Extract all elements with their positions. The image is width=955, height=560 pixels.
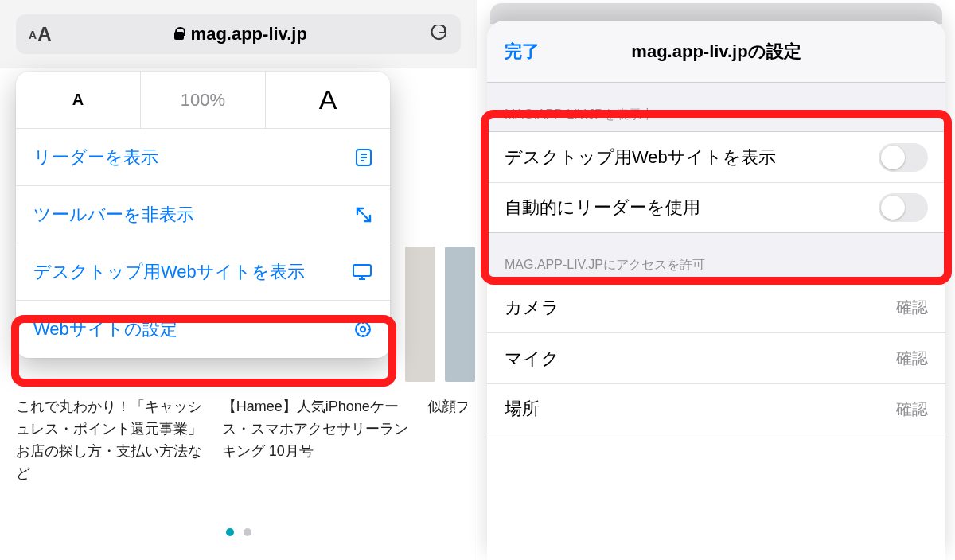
pager-dot[interactable] bbox=[244, 528, 251, 536]
zoom-row: A 100% A bbox=[16, 72, 390, 129]
address-bar[interactable]: AA mag.app-liv.jp bbox=[16, 14, 461, 54]
row-value: 確認 bbox=[896, 348, 928, 369]
section-header: MAG.APP-LIV.JPにアクセスを許可 bbox=[487, 233, 945, 282]
row-value: 確認 bbox=[896, 399, 928, 420]
menu-label: Webサイトの設定 bbox=[33, 317, 177, 341]
zoom-in-button[interactable]: A bbox=[265, 72, 390, 128]
row-label: 場所 bbox=[505, 397, 540, 421]
row-label: デスクトップ用Webサイトを表示 bbox=[505, 146, 776, 169]
section-header: MAG.APP-LIV.JPを表示中 bbox=[487, 83, 945, 131]
desktop-icon bbox=[352, 263, 372, 281]
row-auto-reader[interactable]: 自動的にリーダーを使用 bbox=[487, 182, 945, 233]
reader-icon bbox=[355, 148, 372, 167]
card-thumbnails bbox=[405, 247, 477, 382]
gear-icon bbox=[353, 320, 372, 339]
row-request-desktop[interactable]: デスクトップ用Webサイトを表示 bbox=[487, 131, 945, 182]
svg-point-8 bbox=[361, 327, 365, 332]
menu-request-desktop[interactable]: デスクトップ用Webサイトを表示 bbox=[16, 243, 390, 301]
menu-label: ツールバーを非表示 bbox=[33, 203, 194, 227]
done-button[interactable]: 完了 bbox=[505, 40, 540, 64]
reload-icon[interactable] bbox=[429, 25, 448, 44]
website-settings-sheet: 完了 mag.app-liv.jpの設定 MAG.APP-LIV.JPを表示中 … bbox=[487, 21, 945, 560]
zoom-out-button[interactable]: A bbox=[16, 72, 140, 128]
lock-icon bbox=[173, 27, 185, 41]
card-caption[interactable]: 似顔プリで簡最 bbox=[427, 396, 467, 485]
address-domain[interactable]: mag.app-liv.jp bbox=[51, 24, 429, 45]
domain-text: mag.app-liv.jp bbox=[191, 24, 307, 45]
menu-label: デスクトップ用Webサイトを表示 bbox=[33, 260, 305, 284]
toggle-switch[interactable] bbox=[879, 143, 928, 172]
menu-website-settings[interactable]: Webサイトの設定 bbox=[16, 301, 390, 358]
row-location[interactable]: 場所 確認 bbox=[487, 383, 945, 434]
menu-hide-toolbar[interactable]: ツールバーを非表示 bbox=[16, 186, 390, 243]
toggle-switch[interactable] bbox=[879, 193, 928, 222]
page-indicator bbox=[0, 528, 477, 536]
sheet-header: 完了 mag.app-liv.jpの設定 bbox=[487, 21, 945, 83]
article-cards: これで丸わかり！「キャッシュレス・ポイント還元事業」 お店の探し方・支払い方法な… bbox=[16, 396, 467, 485]
row-value: 確認 bbox=[896, 297, 928, 318]
row-label: 自動的にリーダーを使用 bbox=[505, 196, 700, 220]
row-label: マイク bbox=[505, 347, 559, 371]
svg-rect-4 bbox=[353, 265, 371, 276]
menu-show-reader[interactable]: リーダーを表示 bbox=[16, 129, 390, 186]
zoom-level[interactable]: 100% bbox=[140, 72, 265, 128]
card-caption[interactable]: 【Hamee】人気iPhoneケース・スマホアクセサリーランキング 10月号 bbox=[222, 396, 412, 485]
text-size-popover: A 100% A リーダーを表示 ツールバーを非表示 bbox=[16, 72, 390, 358]
menu-label: リーダーを表示 bbox=[33, 146, 158, 169]
pager-dot[interactable] bbox=[226, 528, 234, 536]
card-caption[interactable]: これで丸わかり！「キャッシュレス・ポイント還元事業」 お店の探し方・支払い方法な… bbox=[16, 396, 206, 485]
sheet-title: mag.app-liv.jpの設定 bbox=[631, 40, 801, 64]
row-camera[interactable]: カメラ 確認 bbox=[487, 282, 945, 332]
row-microphone[interactable]: マイク 確認 bbox=[487, 332, 945, 383]
row-label: カメラ bbox=[505, 296, 559, 320]
text-size-button[interactable]: AA bbox=[29, 23, 51, 45]
expand-icon bbox=[355, 206, 372, 224]
